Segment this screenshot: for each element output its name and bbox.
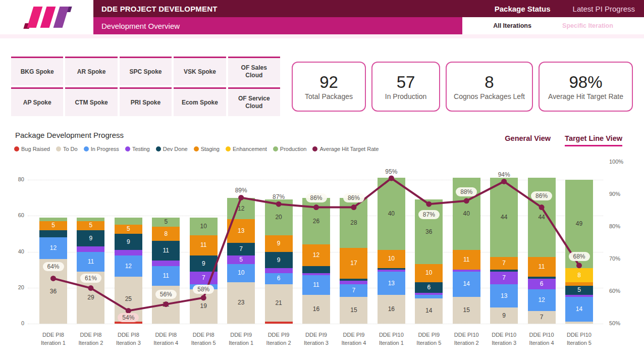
bar-segment[interactable]: 8 — [152, 227, 180, 241]
bar-segment[interactable] — [378, 270, 405, 272]
bar-segment[interactable] — [415, 295, 443, 298]
bar-segment[interactable]: 40 — [378, 178, 405, 250]
general-view-button[interactable]: General View — [505, 134, 551, 146]
bar-segment[interactable]: 16 — [302, 295, 330, 324]
bar-segment[interactable] — [302, 266, 330, 273]
bar-segment[interactable]: 12 — [227, 198, 255, 220]
bar-segment[interactable]: 11 — [190, 235, 218, 255]
legend-item[interactable]: Testing — [125, 146, 150, 152]
bar-segment[interactable]: 11 — [528, 257, 556, 277]
bar-segment[interactable]: 13 — [490, 284, 518, 307]
legend-item[interactable]: Enhancement — [226, 146, 267, 152]
bar-segment[interactable] — [265, 268, 293, 274]
bar-segment[interactable]: 28 — [340, 198, 367, 248]
bar-segment[interactable]: 10 — [227, 264, 255, 282]
spoke-filter-button[interactable]: SPC Spoke — [120, 57, 172, 85]
bar-segment[interactable]: 11 — [152, 266, 180, 286]
bar-segment[interactable]: 20 — [265, 199, 293, 235]
spoke-filter-button[interactable]: OF Sales Cloud — [228, 57, 280, 85]
bar-segment[interactable]: 6 — [528, 279, 556, 289]
bar-segment[interactable] — [565, 282, 593, 286]
bar-segment[interactable] — [490, 270, 518, 272]
bar-segment[interactable] — [77, 246, 104, 252]
bar-segment[interactable]: 7 — [528, 311, 556, 324]
spoke-filter-button[interactable]: BKG Spoke — [11, 57, 63, 85]
bar-segment[interactable]: 44 — [490, 178, 518, 257]
bar-segment[interactable]: 11 — [77, 252, 104, 272]
bar-segment[interactable] — [565, 322, 593, 324]
bar-segment[interactable] — [565, 295, 593, 297]
bar-segment[interactable]: 9 — [490, 307, 518, 324]
bar-segment[interactable] — [39, 218, 67, 221]
bar-segment[interactable]: 26 — [302, 198, 330, 245]
bar-segment[interactable]: 12 — [115, 255, 142, 277]
bar-segment[interactable]: 14 — [565, 297, 593, 322]
legend-item[interactable]: Staging — [194, 146, 220, 152]
tab-all-iterations[interactable]: All Iterations — [493, 22, 531, 29]
tab-package-status[interactable]: Package Status — [495, 5, 551, 13]
spoke-filter-button[interactable]: OF Service Cloud — [228, 87, 280, 116]
bar-segment[interactable]: 13 — [227, 219, 255, 242]
bar-segment[interactable]: 10 — [190, 218, 218, 236]
bar-segment[interactable]: 15 — [453, 297, 480, 324]
bar-segment[interactable]: 10 — [378, 250, 405, 268]
legend-item[interactable]: To Do — [56, 146, 78, 152]
bar-segment[interactable]: 7 — [340, 284, 367, 297]
bar-segment[interactable]: 7 — [190, 272, 218, 284]
spoke-filter-button[interactable]: AP Spoke — [11, 87, 63, 116]
tab-specific-iteration[interactable]: Specific Iteration — [562, 22, 613, 29]
legend-item[interactable]: Average Hit Target Rate — [312, 146, 379, 152]
bar-segment[interactable] — [77, 218, 104, 221]
bar-segment[interactable]: 23 — [227, 282, 255, 324]
bar-segment[interactable] — [265, 322, 293, 324]
legend-item[interactable]: Production — [273, 146, 307, 152]
bar-segment[interactable]: 12 — [528, 289, 556, 311]
bar-segment[interactable] — [340, 279, 367, 281]
target-line-view-button[interactable]: Target Line View — [565, 134, 622, 146]
bar-segment[interactable]: 11 — [453, 250, 480, 270]
bar-segment[interactable]: 10 — [415, 264, 443, 282]
bar-segment[interactable]: 5 — [565, 286, 593, 295]
bar-segment[interactable] — [39, 230, 67, 237]
bar-segment[interactable]: 19 — [190, 289, 218, 324]
spoke-filter-button[interactable]: PRI Spoke — [120, 87, 172, 116]
spoke-filter-button[interactable]: Ecom Spoke — [174, 87, 226, 116]
bar-segment[interactable]: 6 — [415, 282, 443, 293]
bar-segment[interactable]: 5 — [152, 218, 180, 227]
bar-segment[interactable]: 11 — [152, 241, 180, 261]
bar-segment[interactable]: 5 — [115, 225, 142, 234]
legend-item[interactable]: Bug Raised — [14, 146, 50, 152]
bar-segment[interactable]: 9 — [190, 255, 218, 272]
bar-segment[interactable]: 5 — [77, 221, 104, 230]
bar-segment[interactable]: 5 — [227, 255, 255, 265]
bar-segment[interactable]: 8 — [565, 268, 593, 283]
bar-segment[interactable]: 12 — [39, 237, 67, 259]
bar-segment[interactable]: 16 — [378, 295, 405, 324]
bar-segment[interactable]: 36 — [415, 199, 443, 264]
spoke-filter-button[interactable]: VSK Spoke — [174, 57, 226, 85]
bar-segment[interactable]: 9 — [265, 235, 293, 251]
bar-segment[interactable] — [415, 293, 443, 295]
bar-segment[interactable]: 5 — [39, 221, 67, 230]
bar-segment[interactable]: 15 — [340, 297, 367, 324]
legend-item[interactable]: In Progress — [84, 146, 119, 152]
bar-segment[interactable]: 9 — [115, 234, 142, 250]
tab-latest-pi-progress[interactable]: Latest PI Progress — [573, 5, 635, 13]
bar-segment[interactable] — [115, 250, 142, 255]
bar-segment[interactable]: 6 — [265, 273, 293, 284]
bar-segment[interactable]: 9 — [77, 230, 104, 246]
spoke-filter-button[interactable]: AR Spoke — [65, 57, 117, 85]
bar-segment[interactable]: 44 — [528, 178, 556, 257]
bar-segment[interactable] — [152, 261, 180, 266]
bar-segment[interactable]: 12 — [302, 244, 330, 266]
bar-segment[interactable]: 14 — [415, 298, 443, 324]
bar-segment[interactable]: 11 — [302, 275, 330, 295]
bar-segment[interactable] — [302, 273, 330, 275]
bar-segment[interactable] — [115, 218, 142, 225]
bar-segment[interactable]: 17 — [340, 248, 367, 279]
bar-segment[interactable]: 7 — [490, 257, 518, 270]
bar-segment[interactable]: 13 — [378, 272, 405, 295]
bar-segment[interactable] — [340, 281, 367, 284]
bar-segment[interactable]: 21 — [265, 284, 293, 322]
spoke-filter-button[interactable]: CTM Spoke — [65, 87, 117, 116]
